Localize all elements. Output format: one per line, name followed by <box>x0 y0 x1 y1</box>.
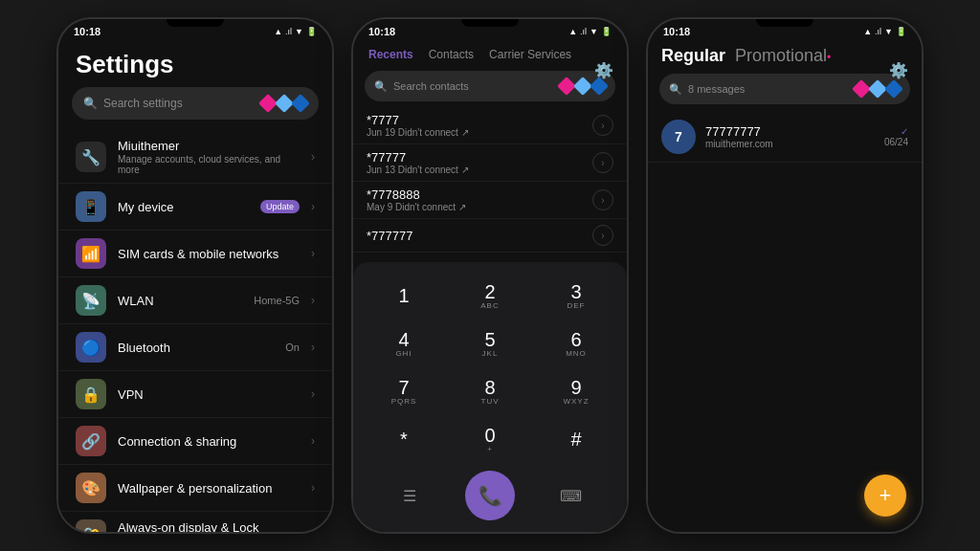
bluetooth-icon: 🔵 <box>76 332 106 363</box>
phone-messages: 10:18 ▲ .ıl ▼ 🔋 ⚙️ Regular Promotional• … <box>646 17 924 534</box>
recent-call-1[interactable]: *7777 Jun 19 Didn't connect ↗ › <box>353 107 627 144</box>
settings-item-bluetooth[interactable]: 🔵 Bluetooth On › <box>58 324 332 371</box>
key-star[interactable]: * <box>363 417 445 461</box>
gear-icon-3[interactable]: ⚙️ <box>889 61 908 79</box>
settings-item-miuithemer[interactable]: 🔧 Miuithemer Manage accounts, cloud serv… <box>58 131 332 184</box>
signal-icon: ▲ <box>274 27 282 36</box>
battery-icon-3: 🔋 <box>896 27 906 36</box>
status-icons-3: ▲ .ıl ▼ 🔋 <box>863 27 906 36</box>
dialer-tabs: Recents Contacts Carrier Services <box>353 40 627 69</box>
search-gems <box>261 97 307 110</box>
key-4[interactable]: 4GHI <box>363 321 445 365</box>
call-button[interactable]: 📞 <box>465 471 515 520</box>
arrow-icon: › <box>311 528 315 532</box>
tab-promotional[interactable]: Promotional• <box>735 46 831 66</box>
tab-carrier[interactable]: Carrier Services <box>483 44 577 65</box>
compose-fab-button[interactable]: + <box>864 474 906 517</box>
phone-settings: 10:18 ▲ .ıl ▼ 🔋 Settings 🔍 Search settin… <box>56 17 334 534</box>
arrow-icon: › <box>311 247 315 260</box>
call-info-1: *7777 Jun 19 Didn't connect ↗ <box>367 113 592 138</box>
tab-recents[interactable]: Recents <box>363 44 419 65</box>
message-search-bar[interactable]: 🔍 8 messages <box>659 74 910 104</box>
recent-call-4[interactable]: *777777 › <box>353 219 627 253</box>
call-chevron-3[interactable]: › <box>592 189 613 210</box>
settings-item-sim[interactable]: 📶 SIM cards & mobile networks › <box>58 231 332 277</box>
dialer-keypad: 1 2ABC 3DEF 4GHI 5JKL 6MNO 7PQRS 8TUV 9W… <box>353 262 627 532</box>
keypad-button[interactable]: ⌨ <box>551 476 590 515</box>
call-chevron-1[interactable]: › <box>592 115 613 136</box>
compose-icon: + <box>880 483 892 508</box>
key-2[interactable]: 2ABC <box>449 274 531 318</box>
call-detail-2: Jun 13 Didn't connect ↗ <box>367 165 592 175</box>
contact-search-bar[interactable]: 🔍 Search contacts <box>365 71 615 101</box>
settings-item-lock[interactable]: 🔐 Always-on display & Lock screen › <box>58 512 332 532</box>
wifi-icon: ▼ <box>295 27 303 36</box>
arrow-icon: › <box>311 387 315 401</box>
recent-call-2[interactable]: *77777 Jun 13 Didn't connect ↗ › <box>353 144 627 182</box>
voicemail-button[interactable]: ☰ <box>390 476 429 515</box>
tab-regular[interactable]: Regular <box>661 46 725 66</box>
lock-label: Always-on display & Lock screen <box>118 520 300 532</box>
key-9[interactable]: 9WXYZ <box>535 369 617 413</box>
lock-icon: 🔐 <box>76 519 106 532</box>
key-7[interactable]: 7PQRS <box>363 369 445 413</box>
settings-item-my-device[interactable]: 📱 My device Update › <box>58 184 332 231</box>
settings-item-wlan[interactable]: 📡 WLAN Home-5G › <box>58 277 332 324</box>
connection-icon: 🔗 <box>76 426 106 456</box>
connection-label: Connection & sharing <box>118 434 300 449</box>
phone-dialer: 10:18 ▲ .ıl ▼ 🔋 ⚙️ Recents Contacts Carr… <box>351 17 629 534</box>
status-time-1: 10:18 <box>74 26 100 37</box>
vpn-icon: 🔒 <box>76 379 106 409</box>
settings-item-vpn[interactable]: 🔒 VPN › <box>58 371 332 418</box>
status-icons-2: ▲ .ıl ▼ 🔋 <box>568 27 612 36</box>
gem-blue4-3 <box>884 79 903 99</box>
key-8[interactable]: 8TUV <box>449 369 531 413</box>
wlan-icon: 📡 <box>76 285 106 316</box>
miuithemer-content: Miuithemer Manage accounts, cloud servic… <box>118 139 300 175</box>
key-1[interactable]: 1 <box>363 274 445 318</box>
wifi-icon-2: ▼ <box>590 27 598 36</box>
wlan-value: Home-5G <box>254 295 300 306</box>
network-icon-3: .ıl <box>875 27 881 36</box>
key-hash[interactable]: # <box>535 417 617 461</box>
key-5[interactable]: 5JKL <box>449 321 531 365</box>
wallpaper-content: Wallpaper & personalization <box>118 481 300 496</box>
messages-screen: ⚙️ Regular Promotional• 🔍 8 messages 7 7… <box>648 40 922 532</box>
sim-content: SIM cards & mobile networks <box>118 247 300 261</box>
settings-item-wallpaper[interactable]: 🎨 Wallpaper & personalization › <box>58 465 332 512</box>
wlan-content: WLAN <box>118 294 242 308</box>
settings-item-connection[interactable]: 🔗 Connection & sharing › <box>58 418 332 465</box>
call-chevron-4[interactable]: › <box>592 225 613 246</box>
wallpaper-icon: 🎨 <box>76 473 106 503</box>
msg-sender-1: 77777777 <box>705 124 875 139</box>
vpn-label: VPN <box>118 387 300 402</box>
message-item-1[interactable]: 7 77777777 miuithemer.com ✓ 06/24 <box>648 112 922 163</box>
key-0[interactable]: 0+ <box>449 417 531 461</box>
status-time-2: 10:18 <box>368 26 395 37</box>
wlan-label: WLAN <box>118 294 242 308</box>
key-6[interactable]: 6MNO <box>535 321 617 365</box>
dialer-actions: ☰ 📞 ⌨ <box>363 469 617 522</box>
signal-icon-2: ▲ <box>568 27 577 36</box>
miuithemer-label: Miuithemer <box>118 139 300 153</box>
tab-contacts[interactable]: Contacts <box>423 44 479 65</box>
network-icon-2: .ıl <box>580 27 587 36</box>
vpn-content: VPN <box>118 387 300 402</box>
settings-search-bar[interactable]: 🔍 Search settings <box>72 87 319 120</box>
key-3[interactable]: 3DEF <box>535 274 617 318</box>
call-detail-3: May 9 Didn't connect ↗ <box>367 202 592 212</box>
recent-call-3[interactable]: *7778888 May 9 Didn't connect ↗ › <box>353 182 627 219</box>
wifi-icon-3: ▼ <box>884 27 893 36</box>
connection-content: Connection & sharing <box>118 434 300 449</box>
call-detail-1: Jun 19 Didn't connect ↗ <box>367 127 592 138</box>
battery-icon-2: 🔋 <box>601 27 612 36</box>
my-device-content: My device <box>118 200 249 214</box>
my-device-icon: 📱 <box>76 191 106 222</box>
keypad-grid: 1 2ABC 3DEF 4GHI 5JKL 6MNO 7PQRS 8TUV 9W… <box>363 274 617 461</box>
dialer-screen: ⚙️ Recents Contacts Carrier Services 🔍 S… <box>353 40 627 532</box>
update-badge: Update <box>260 200 300 213</box>
my-device-label: My device <box>118 200 249 214</box>
call-chevron-2[interactable]: › <box>592 152 613 173</box>
bluetooth-value: On <box>285 342 300 353</box>
gem-blue3-2 <box>590 77 609 96</box>
